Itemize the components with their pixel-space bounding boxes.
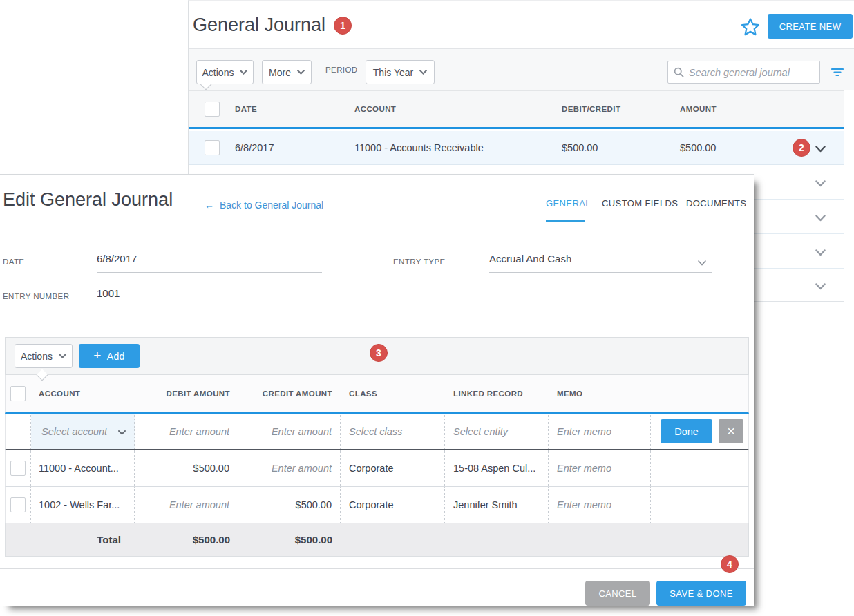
grid-actions-dropdown[interactable]: Actions [15, 344, 73, 368]
account-select-placeholder: Select account [41, 426, 107, 437]
total-credit: $500.00 [238, 534, 341, 546]
screenshot-canvas: General Journal 1 CREATE NEW Actions Mor… [0, 0, 854, 616]
row-expand-chevron-icon[interactable] [815, 213, 826, 224]
text-cursor [39, 425, 39, 437]
favorite-star-icon[interactable] [741, 17, 760, 39]
row-expand-chevron-icon[interactable] [815, 178, 826, 189]
back-arrow-icon: ← [205, 200, 214, 211]
entry-type-underline [489, 272, 712, 273]
page-title: General Journal [193, 15, 325, 36]
create-new-button[interactable]: CREATE NEW [768, 14, 853, 39]
add-line-label: Add [107, 351, 125, 362]
cancel-button[interactable]: CANCEL [585, 581, 650, 606]
row-expand-chevron-icon[interactable] [815, 144, 826, 155]
journal-row-selected[interactable]: 6/8/2017 11000 - Accounts Receivable $50… [189, 131, 844, 165]
grid-header-debit: DEBIT AMOUNT [135, 389, 238, 398]
class-select-field[interactable]: Select class [341, 414, 445, 449]
edit-journal-modal: Edit General Journal ← Back to General J… [0, 174, 754, 606]
cell-debit-placeholder[interactable]: Enter amount [135, 487, 238, 523]
row-checkbox[interactable] [10, 497, 26, 512]
actions-dropdown-label: Actions [202, 67, 234, 78]
more-dropdown[interactable]: More [262, 60, 312, 84]
back-to-general-journal-link[interactable]: ← Back to General Journal [205, 200, 323, 211]
grid-select-all-checkbox[interactable] [10, 386, 26, 401]
grid-line-row[interactable]: 1002 - Wells Far... Enter amount $500.00… [5, 487, 749, 523]
select-all-checkbox[interactable] [205, 102, 220, 117]
memo-field[interactable]: Enter memo [549, 414, 651, 449]
date-field-underline [97, 272, 322, 273]
debit-amount-field[interactable]: Enter amount [135, 414, 238, 449]
total-label: Total [6, 534, 135, 546]
entry-type-select[interactable]: Accrual And Cash [489, 253, 571, 264]
credit-amount-field[interactable]: Enter amount [238, 414, 341, 449]
row-expand-chevron-icon[interactable] [815, 281, 826, 292]
modal-title: Edit General Journal [3, 189, 173, 211]
period-select-value: This Year [373, 67, 413, 78]
column-separator [799, 165, 799, 302]
column-header-account: ACCOUNT [346, 105, 553, 113]
grid-header-linked-record: LINKED RECORD [445, 389, 549, 398]
more-dropdown-label: More [269, 67, 291, 78]
date-field[interactable]: 6/8/2017 [97, 253, 137, 264]
grid-header-account: ACCOUNT [31, 389, 135, 398]
tab-documents[interactable]: DOCUMENTS [686, 198, 746, 209]
grid-total-row: Total $500.00 $500.00 [5, 523, 749, 557]
done-button[interactable]: Done [661, 419, 712, 443]
tab-custom-fields[interactable]: CUSTOM FIELDS [602, 198, 678, 209]
modal-header-divider [0, 229, 754, 229]
cell-linked-record: 15-08 Aspen Cul... [445, 450, 549, 486]
row-expand-chevron-icon[interactable] [815, 247, 826, 258]
chevron-down-icon [297, 70, 305, 75]
cell-debit-credit: $500.00 [553, 142, 674, 153]
cell-memo-placeholder[interactable]: Enter memo [549, 487, 651, 523]
grid-line-row[interactable]: 11000 - Account... $500.00 Enter amount … [5, 450, 749, 487]
grid-header-memo: MEMO [549, 389, 651, 398]
chevron-down-icon [240, 70, 247, 75]
cell-credit: $500.00 [238, 487, 341, 523]
total-debit: $500.00 [135, 534, 238, 546]
cell-class: Corporate [341, 487, 445, 523]
cell-memo-placeholder[interactable]: Enter memo [549, 450, 651, 486]
grid-header-credit: CREDIT AMOUNT [238, 389, 341, 398]
callout-badge-3: 3 [370, 344, 388, 362]
callout-badge-2: 2 [793, 139, 810, 157]
period-select[interactable]: This Year [366, 60, 435, 84]
grid-header-class: CLASS [341, 389, 445, 398]
list-toolbar: Actions More PERIOD This Year [189, 49, 854, 90]
chevron-down-icon[interactable] [118, 426, 126, 437]
row-checkbox[interactable] [205, 140, 220, 155]
cell-linked-record: Jennifer Smith [445, 487, 549, 523]
active-tab-underline [546, 220, 585, 222]
filter-icon[interactable] [831, 67, 844, 79]
entry-number-field[interactable]: 1001 [97, 287, 120, 299]
save-done-button[interactable]: SAVE & DONE [656, 581, 746, 606]
chevron-down-icon[interactable] [698, 256, 706, 269]
linked-record-field[interactable]: Select entity [445, 414, 549, 449]
cell-debit: $500.00 [135, 450, 238, 486]
row-checkbox[interactable] [10, 461, 26, 476]
grid-toolbar: Actions + Add 3 [5, 337, 749, 375]
account-select-field[interactable]: Select account [31, 414, 135, 449]
cell-date: 6/8/2017 [229, 142, 346, 153]
search-box [667, 61, 820, 84]
close-row-button[interactable]: × [719, 419, 743, 443]
grid-actions-label: Actions [21, 351, 53, 362]
cell-account: 1002 - Wells Far... [31, 487, 135, 523]
search-input[interactable] [689, 67, 819, 78]
chevron-down-icon [59, 354, 66, 358]
cell-account: 11000 - Accounts Receivable [346, 142, 553, 153]
cell-amount: $500.00 [674, 142, 788, 153]
add-line-button[interactable]: + Add [79, 344, 140, 368]
page-title-row: General Journal 1 [193, 15, 352, 36]
date-label: DATE [3, 258, 24, 266]
footer-divider [0, 568, 754, 569]
cell-credit-placeholder[interactable]: Enter amount [238, 450, 341, 486]
tab-general[interactable]: GENERAL [546, 198, 591, 209]
back-link-label: Back to General Journal [220, 200, 323, 211]
column-header-amount: AMOUNT [674, 105, 788, 113]
entry-type-label: ENTRY TYPE [393, 258, 446, 266]
grid-edit-row: Select account Enter amount Enter amount… [5, 414, 749, 450]
callout-badge-1: 1 [334, 17, 352, 35]
cell-class: Corporate [341, 450, 445, 486]
period-label: PERIOD [325, 66, 358, 74]
